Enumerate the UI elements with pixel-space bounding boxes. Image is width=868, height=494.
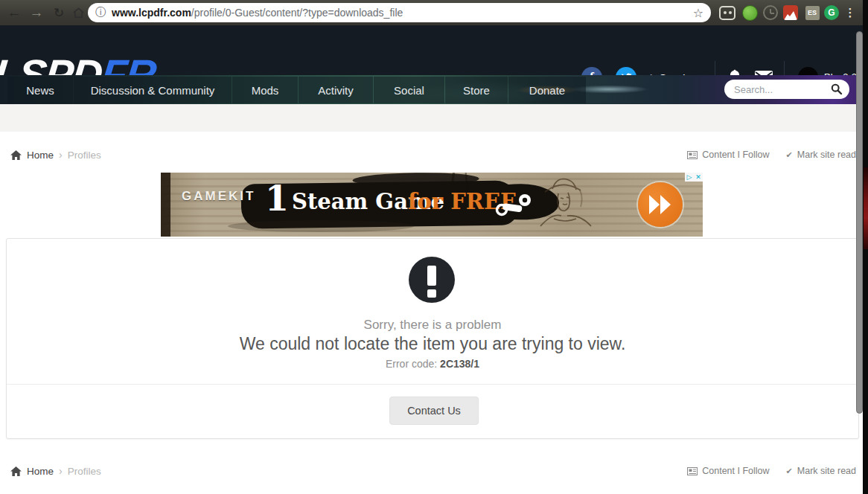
scrollbar-thumb[interactable] [856, 31, 863, 414]
nav-item-donate[interactable]: Donate [508, 77, 586, 103]
reload-icon[interactable]: ↻ [49, 4, 68, 22]
error-exclamation-icon [409, 257, 455, 303]
contact-us-button[interactable]: Contact Us [389, 397, 479, 425]
mark-site-read-link[interactable]: ✔ Mark site read [786, 150, 856, 160]
home-icon [10, 150, 22, 160]
ad-cta-button[interactable] [638, 182, 683, 227]
breadcrumb: Home › Profiles Content I Follow ✔ Mark … [0, 149, 868, 165]
newspaper-icon [687, 151, 698, 159]
content-follow-label: Content I Follow [702, 150, 769, 160]
breadcrumb-home-link[interactable]: Home [27, 150, 54, 161]
background-window-sliver [864, 167, 868, 249]
page: ← → ↻ ⓘ www.lcpdfr.com /profile/0-Guest/… [0, 0, 868, 494]
search-box [724, 80, 849, 99]
extension-goggles-icon[interactable] [719, 4, 735, 21]
header-substrip [0, 104, 868, 132]
check-icon: ✔ [786, 466, 793, 476]
error-code-value: 2C138/1 [440, 358, 479, 370]
extension-clock-icon[interactable] [762, 4, 779, 21]
error-code: Error code: 2C138/1 [6, 358, 859, 370]
error-message: We could not locate the item you are try… [6, 334, 859, 354]
ad-controls: ▷ ✕ [685, 173, 703, 182]
error-code-label: Error code: [386, 358, 440, 370]
newspaper-icon [687, 467, 698, 475]
cowboy-sketch [532, 174, 600, 237]
back-icon[interactable]: ← [4, 4, 24, 22]
bookmark-star-icon[interactable]: ☆ [693, 6, 703, 20]
check-icon: ✔ [786, 150, 793, 160]
extension-green-icon[interactable] [741, 4, 758, 21]
url-bar[interactable]: ⓘ www.lcpdfr.com /profile/0-Guest/conten… [88, 3, 711, 22]
nav-item-store[interactable]: Store [445, 77, 508, 103]
window-edge [863, 0, 868, 494]
url-host: www.lcpdfr.com [112, 7, 191, 19]
browser-menu-icon[interactable]: ⋮ [842, 4, 858, 21]
adchoices-icon[interactable]: ▷ [685, 173, 694, 182]
home-icon [10, 466, 22, 476]
ad-brand-logo[interactable]: GAMEKIT [182, 189, 255, 204]
search-icon[interactable] [831, 83, 843, 98]
browser-toolbar: ← → ↻ ⓘ www.lcpdfr.com /profile/0-Guest/… [0, 0, 868, 26]
content-follow-label: Content I Follow [702, 466, 769, 476]
nav-item-mods[interactable]: Mods [232, 77, 298, 103]
home-icon[interactable] [68, 4, 88, 22]
steam-icon [494, 190, 533, 222]
nav-item-activity[interactable]: Activity [299, 77, 373, 103]
forward-icon[interactable]: → [27, 4, 46, 22]
extension-grammarly-icon[interactable]: G [823, 4, 840, 21]
nav-item-discussion[interactable]: Discussion & Community [74, 77, 232, 103]
page-info-icon[interactable]: ⓘ [95, 6, 106, 19]
content-follow-link[interactable]: Content I Follow [687, 466, 769, 476]
error-title: Sorry, there is a problem [6, 318, 859, 333]
content-follow-link[interactable]: Content I Follow [687, 150, 769, 160]
ad-banner[interactable]: GAMEKIT 1 Steam Game for FREE ▷ ✕ [161, 173, 703, 237]
ad-close-icon[interactable]: ✕ [694, 173, 703, 182]
double-arrow-icon [648, 195, 673, 214]
ad-number: 1 [265, 179, 289, 219]
breadcrumb-separator: › [59, 149, 63, 161]
site-header: LSPDFR f + Create ▾ Play3r2 ▾ [0, 25, 868, 75]
breadcrumb-profiles-link[interactable]: Profiles [68, 150, 101, 161]
nav-item-news[interactable]: News [7, 77, 73, 103]
breadcrumb-profiles-link[interactable]: Profiles [68, 466, 101, 477]
mark-site-read-label: Mark site read [797, 150, 856, 160]
chart-glyph [783, 10, 798, 20]
mark-site-read-label: Mark site read [797, 466, 856, 476]
panel-divider [7, 384, 858, 385]
nav-item-social[interactable]: Social [374, 77, 444, 103]
mark-site-read-link[interactable]: ✔ Mark site read [786, 466, 856, 476]
breadcrumb-footer: Home › Profiles Content I Follow ✔ Mark … [0, 465, 868, 481]
url-path: /profile/0-Guest/content/?type=downloads… [191, 7, 403, 19]
extension-chart-icon[interactable] [782, 4, 799, 21]
home-icon-glyph [71, 6, 86, 19]
extension-es-icon[interactable]: ES [804, 4, 820, 21]
breadcrumb-home-link[interactable]: Home [27, 466, 54, 477]
breadcrumb-separator: › [59, 465, 63, 477]
